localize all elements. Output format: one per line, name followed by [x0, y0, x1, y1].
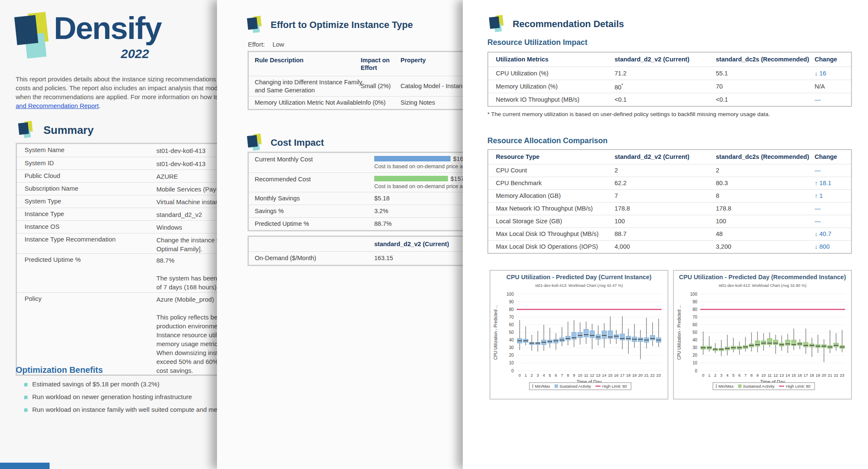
x-tick-label: 22 [650, 373, 655, 377]
property-cell: Sizing Notes [401, 99, 435, 107]
y-tick-label: 80 [509, 307, 514, 312]
table-row: PolicyAzure (Mobile_prod) This policy re… [17, 292, 217, 375]
x-tick-label: 3 [720, 373, 722, 377]
x-tick-label: 16 [614, 373, 619, 377]
box [650, 336, 655, 340]
box [638, 338, 643, 341]
recommended-value: 55.1 [716, 70, 728, 77]
densify-logo: Densify 2022 [16, 13, 185, 68]
memory-footnote: * The current memory utilization is base… [487, 111, 770, 117]
table-row: System TypeVirtual Machine instance [17, 195, 217, 208]
cpu-chart-current: CPU Utilization - Predicted Day (Current… [490, 270, 668, 400]
x-tick-label: 15 [792, 373, 796, 377]
change-value: ↓ 800 [815, 243, 829, 250]
legend-label: High Limit: 80 [602, 384, 627, 389]
box [834, 343, 838, 347]
chart-subtitle: st01-dev-kotl-413: Workload Chart (Avg 3… [718, 283, 806, 288]
metric-label: Memory Allocation (GB) [496, 192, 561, 199]
impact-cell: Info (0%) [361, 99, 386, 107]
cost-impact-table: Current Monthly Cost$163.15Cost is based… [248, 152, 463, 231]
recommended-value: 3,200 [716, 243, 731, 250]
densify-mark-icon [19, 121, 34, 139]
x-tick-label: 14 [785, 373, 790, 377]
y-tick-label: 90 [693, 300, 698, 304]
row-label: Predicted Uptime % [255, 220, 309, 228]
row-label: Recommended Cost [255, 175, 311, 183]
recommendation-report-link[interactable]: and Recommendation Report [16, 102, 99, 109]
report-page-summary: Densify 2022 This report provides detail… [0, 0, 217, 469]
column-header: standard_d2_v2 (Current) [615, 153, 689, 160]
x-tick-label: 7 [561, 373, 563, 377]
y-tick-label: 10 [509, 361, 514, 365]
y-tick-label: 70 [693, 315, 698, 319]
table-row: Network IO Throughput (MB/s)<0.1<0.1— [488, 93, 851, 106]
x-tick-label: 10 [761, 373, 766, 377]
x-tick-label: 0 [702, 373, 704, 377]
y-tick-label: 100 [690, 292, 697, 297]
change-value: ↓ 16 [815, 70, 826, 77]
x-tick-label: 21 [828, 373, 832, 377]
table-header-row: standard_d2_v2 (Current) [249, 237, 463, 251]
box [626, 336, 631, 340]
densify-mark-icon [248, 134, 263, 152]
box [535, 342, 540, 344]
current-value: 178.8 [615, 205, 630, 212]
table-row: Monthly Savings$5.18 [249, 192, 463, 205]
row-label: Predicted Uptime % [25, 256, 81, 263]
summary-section-header: Summary [19, 121, 94, 139]
change-value: — [815, 167, 821, 174]
box [620, 334, 625, 340]
row-label: System Name [25, 146, 64, 153]
property-cell: Catalog Model - Instance C [401, 82, 463, 90]
y-tick-label: 50 [509, 330, 514, 335]
x-tick-label: 17 [620, 373, 625, 377]
row-value: Virtual Machine instance [156, 197, 217, 206]
x-tick-label: 11 [584, 373, 588, 377]
logo-year-text: 2022 [121, 47, 149, 61]
footer-accent-bar [0, 463, 50, 469]
box [566, 336, 570, 340]
table-row: Predicted Uptime %88.7% [249, 217, 463, 230]
y-tick-label: 20 [693, 353, 698, 358]
change-value: N/A [815, 83, 825, 90]
row-label: Instance OS [25, 223, 60, 230]
y-axis-title: CPU Utilization - Predicted ... [677, 305, 682, 360]
table-row: CPU Utilization (%)71.255.1↓ 16 [488, 67, 851, 80]
row-value: 163.15 [374, 254, 393, 262]
x-tick-label: 18 [810, 373, 814, 377]
benefit-item: Run workload on newer generation hosting… [24, 393, 192, 400]
x-tick-label: 4 [726, 373, 728, 377]
current-value: 7 [615, 192, 618, 199]
cost-bar [374, 176, 448, 181]
box [578, 333, 582, 338]
recommended-value: 2 [716, 167, 719, 174]
recommended-value: <0.1 [716, 96, 728, 103]
recommended-value: 80.3 [716, 180, 728, 186]
row-label: Subscription Name [25, 185, 78, 192]
column-header: standard_d2_v2 (Current) [374, 240, 449, 248]
legend-label: High Limit: 80 [786, 384, 810, 389]
column-header: standard_d2_v2 (Current) [615, 56, 689, 63]
x-tick-label: 6 [738, 373, 740, 377]
y-tick-label: 100 [506, 292, 514, 297]
change-value: ↑ 18.1 [815, 180, 832, 186]
intro-line: This report provides details about the i… [16, 75, 217, 83]
effort-table: Rule DescriptionImpact on EffortProperty… [248, 51, 463, 110]
metric-label: Max Network IO Throughput (MB/s) [496, 205, 593, 212]
table-row: Predicted Uptime %88.7% The system has b… [17, 253, 217, 292]
row-label: System Type [25, 197, 61, 205]
box [785, 340, 790, 346]
metric-label: CPU Utilization (%) [496, 70, 548, 77]
column-header: standard_dc2s (Recommended) [716, 153, 809, 160]
current-value: <0.1 [615, 96, 627, 103]
table-row: Public CloudAZURE [17, 169, 217, 182]
change-value: — [815, 205, 821, 212]
metric-label: Max Local Disk IO Throughput (MB/s) [496, 230, 598, 237]
densify-mark-icon [248, 16, 263, 34]
x-tick-label: 12 [773, 373, 778, 377]
cost-note: Cost is based on on-demand price a [374, 163, 463, 169]
column-header: Resource Type [496, 153, 540, 160]
logo-navy-square-icon [14, 15, 39, 45]
bullet-icon [24, 383, 28, 387]
x-tick-label: 20 [822, 373, 826, 377]
